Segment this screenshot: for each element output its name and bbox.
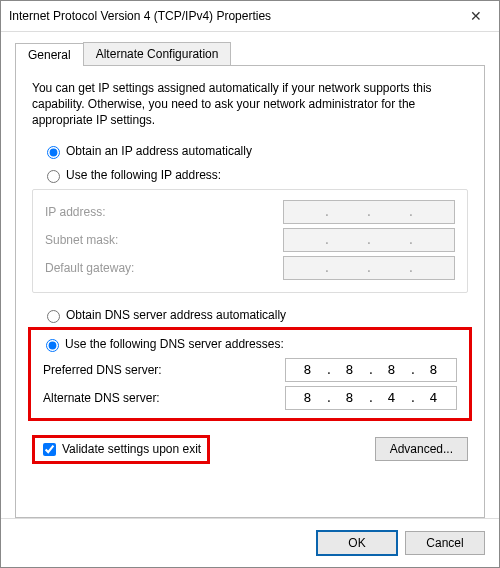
alternate-dns-input[interactable]: 8. 8. 4. 4 [285,386,457,410]
general-panel: You can get IP settings assigned automat… [15,65,485,518]
subnet-mask-label: Subnet mask: [45,233,283,247]
subnet-mask-row: Subnet mask: . . . [45,226,455,254]
description-text: You can get IP settings assigned automat… [32,80,468,129]
radio-dns-manual[interactable]: Use the following DNS server addresses: [41,336,465,352]
validate-row: Validate settings upon exit Advanced... [32,435,468,464]
radio-dns-auto[interactable]: Obtain DNS server address automatically [42,307,468,323]
subnet-mask-input: . . . [283,228,455,252]
radio-ip-manual-input[interactable] [47,170,60,183]
dialog-body: General Alternate Configuration You can … [1,32,499,518]
alternate-dns-label: Alternate DNS server: [43,391,285,405]
tab-general[interactable]: General [15,43,84,66]
radio-dns-manual-input[interactable] [46,339,59,352]
window-title: Internet Protocol Version 4 (TCP/IPv4) P… [9,9,453,23]
advanced-button[interactable]: Advanced... [375,437,468,461]
alternate-dns-row: Alternate DNS server: 8. 8. 4. 4 [35,384,465,412]
radio-dns-auto-label: Obtain DNS server address automatically [66,308,286,322]
ip-fields-group: IP address: . . . Subnet mask: . . . [32,189,468,293]
radio-dns-auto-input[interactable] [47,310,60,323]
validate-checkbox[interactable] [43,443,56,456]
titlebar: Internet Protocol Version 4 (TCP/IPv4) P… [1,1,499,32]
preferred-dns-label: Preferred DNS server: [43,363,285,377]
ip-address-input: . . . [283,200,455,224]
ipv4-properties-dialog: Internet Protocol Version 4 (TCP/IPv4) P… [0,0,500,568]
default-gateway-label: Default gateway: [45,261,283,275]
tab-alternate-configuration[interactable]: Alternate Configuration [83,42,232,65]
ip-address-label: IP address: [45,205,283,219]
radio-ip-auto-input[interactable] [47,146,60,159]
default-gateway-row: Default gateway: . . . [45,254,455,282]
radio-ip-manual-label: Use the following IP address: [66,168,221,182]
ok-button[interactable]: OK [317,531,397,555]
close-button[interactable]: ✕ [453,1,499,31]
preferred-dns-row: Preferred DNS server: 8. 8. 8. 8 [35,356,465,384]
radio-ip-auto-label: Obtain an IP address automatically [66,144,252,158]
validate-highlight-box: Validate settings upon exit [32,435,210,464]
radio-ip-auto[interactable]: Obtain an IP address automatically [42,143,468,159]
radio-dns-manual-label: Use the following DNS server addresses: [65,337,284,351]
radio-ip-manual[interactable]: Use the following IP address: [42,167,468,183]
cancel-button[interactable]: Cancel [405,531,485,555]
dialog-footer: OK Cancel [1,518,499,567]
close-icon: ✕ [470,8,482,24]
dns-highlight-box: Use the following DNS server addresses: … [28,327,472,421]
preferred-dns-input[interactable]: 8. 8. 8. 8 [285,358,457,382]
ip-address-row: IP address: . . . [45,198,455,226]
default-gateway-input: . . . [283,256,455,280]
validate-label: Validate settings upon exit [62,442,201,456]
tab-strip: General Alternate Configuration [15,42,485,65]
